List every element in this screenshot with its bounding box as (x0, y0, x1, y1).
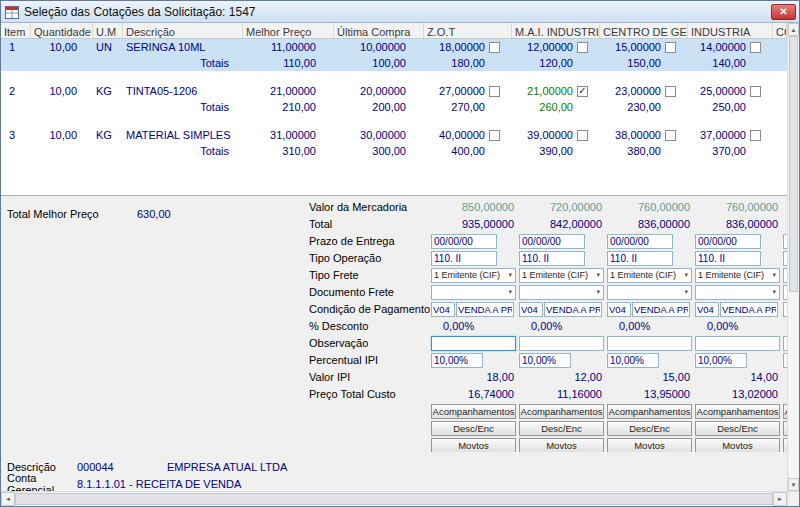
condicao-descricao-input[interactable] (720, 302, 778, 317)
observacao-input[interactable] (695, 336, 780, 351)
totals-row: Totais 310,00 300,00 400,00 390,00 380,0… (1, 143, 787, 159)
vertical-scroll-thumb[interactable] (789, 36, 798, 292)
condicao-codigo-input[interactable] (431, 302, 455, 317)
scroll-right-button[interactable]: ► (773, 492, 787, 506)
tipo-frete-select[interactable]: 1 Emitente (CIF)▾ (607, 268, 692, 283)
desc-enc-button[interactable]: Desc/Enc (695, 421, 780, 436)
tipo-frete-select[interactable]: 1 Emitente (CIF)▾ (431, 268, 516, 283)
column-header-partial: CO... (773, 23, 787, 38)
observacao-input[interactable] (519, 336, 604, 351)
percentual-ipi-input[interactable] (695, 353, 747, 368)
quote-checkbox[interactable] (750, 86, 761, 97)
desc-enc-button[interactable]: Desc/Enc (431, 421, 516, 436)
cell-mai: 21,00000✓ (512, 83, 600, 99)
quote-checkbox[interactable] (577, 42, 588, 53)
desc-enc-button[interactable]: Desc/Enc (519, 421, 604, 436)
quote-checkbox[interactable] (489, 130, 500, 141)
percentual-ipi-input[interactable] (519, 353, 571, 368)
tipo-operacao-input-clipped[interactable] (783, 251, 787, 266)
quote-checkbox[interactable] (577, 130, 588, 141)
condicao-codigo-input[interactable] (607, 302, 631, 317)
quote-checkbox[interactable] (489, 42, 500, 53)
cell-melhor-preco: 11,00000 (243, 39, 334, 55)
horizontal-scrollbar[interactable]: ◄ ► (1, 492, 787, 506)
documento-frete-select-clipped[interactable]: ▾ (783, 285, 787, 300)
acompanhamentos-button[interactable]: Acompanhamentos (607, 404, 692, 419)
tipo-frete-select[interactable]: 1 Emitente (CIF)▾ (519, 268, 604, 283)
close-button[interactable]: ✕ (771, 4, 796, 20)
prazo-entrega-input-clipped[interactable] (783, 234, 787, 249)
tipo-operacao-input[interactable] (695, 251, 761, 266)
condicao-codigo-input-clipped[interactable] (783, 302, 787, 317)
quote-checkbox[interactable] (750, 42, 761, 53)
field-label: Total (309, 218, 431, 230)
condicao-descricao-input[interactable] (632, 302, 690, 317)
movtos-button[interactable]: Movtos (431, 438, 516, 453)
cell-partial (773, 83, 787, 99)
movtos-button-clipped[interactable]: Movtos (783, 438, 787, 453)
table-row[interactable]: 3 10,00 KG MATERIAL SIMPLES 31,00000 30,… (1, 127, 787, 143)
prazo-entrega-input[interactable] (519, 234, 585, 249)
percentual-ipi-input[interactable] (607, 353, 659, 368)
field-label: Condição de Pagamento (309, 303, 431, 315)
acompanhamentos-button[interactable]: Acompanhamentos (695, 404, 780, 419)
price-value: 18,00000 (439, 39, 485, 55)
condicao-codigo-input[interactable] (695, 302, 719, 317)
desc-enc-button[interactable]: Desc/Enc (607, 421, 692, 436)
movtos-button[interactable]: Movtos (695, 438, 780, 453)
acompanhamentos-button[interactable]: Acompanhamentos (431, 404, 516, 419)
quote-checkbox[interactable] (750, 130, 761, 141)
quote-checkbox[interactable] (665, 86, 676, 97)
window-title: Seleção das Cotações da Solicitação: 154… (24, 5, 771, 19)
field-label: Observação (309, 337, 431, 349)
desc-enc-button-clipped[interactable]: Desc/Enc (783, 421, 787, 436)
row-percentual-ipi: Percentual IPI (309, 352, 787, 368)
observacao-input-clipped[interactable] (783, 336, 787, 351)
documento-frete-select[interactable]: ▾ (695, 285, 780, 300)
condicao-descricao-input[interactable] (544, 302, 602, 317)
condicao-codigo-input[interactable] (519, 302, 543, 317)
movtos-button[interactable]: Movtos (607, 438, 692, 453)
quote-checkbox[interactable] (665, 130, 676, 141)
horizontal-scroll-track[interactable] (15, 492, 773, 506)
acompanhamentos-button-clipped[interactable]: Acompanhamentos (783, 404, 787, 419)
quote-checkbox[interactable] (489, 86, 500, 97)
scroll-up-button[interactable]: ▲ (788, 23, 799, 36)
prazo-entrega-input[interactable] (695, 234, 761, 249)
cell-ultima-compra: 10,00000 (334, 39, 424, 55)
observacao-input-focused[interactable] (431, 336, 516, 351)
tipo-frete-select[interactable]: 1 Emitente (CIF)▾ (695, 268, 780, 283)
movtos-button[interactable]: Movtos (519, 438, 604, 453)
tipo-frete-select-clipped[interactable]: ▾ (783, 268, 787, 283)
total-melhor-preco-value: 630,00 (137, 208, 171, 220)
vertical-scroll-track[interactable] (788, 36, 799, 478)
observacao-input[interactable] (607, 336, 692, 351)
table-row[interactable]: 2 10,00 KG TINTA05-1206 21,00000 20,0000… (1, 83, 787, 99)
prazo-entrega-input[interactable] (607, 234, 673, 249)
prazo-entrega-input[interactable] (431, 234, 497, 249)
documento-frete-select[interactable]: ▾ (431, 285, 516, 300)
tipo-operacao-input[interactable] (607, 251, 673, 266)
tipo-operacao-input[interactable] (519, 251, 585, 266)
scroll-left-button[interactable]: ◄ (1, 492, 15, 506)
chevron-down-icon: ▾ (593, 271, 603, 279)
price-value: 37,00000 (700, 127, 746, 143)
acompanhamentos-button[interactable]: Acompanhamentos (519, 404, 604, 419)
quote-checkbox-checked[interactable]: ✓ (577, 86, 588, 97)
cell-ultima-compra: 30,00000 (334, 127, 424, 143)
percentual-ipi-input-clipped[interactable] (783, 353, 787, 368)
chevron-down-icon: ▾ (769, 271, 779, 279)
row-observacao: Observação (309, 335, 787, 351)
tipo-operacao-input[interactable] (431, 251, 497, 266)
scroll-down-button[interactable]: ▼ (788, 478, 799, 491)
documento-frete-select[interactable]: ▾ (607, 285, 692, 300)
vertical-scrollbar[interactable]: ▲ ▼ (787, 23, 799, 491)
documento-frete-select[interactable]: ▾ (519, 285, 604, 300)
chevron-down-icon: ▾ (681, 271, 691, 279)
condicao-descricao-input[interactable] (456, 302, 514, 317)
grid-row-group-1: 1 10,00 UN SERINGA 10ML 11,00000 10,0000… (1, 39, 787, 71)
percentual-ipi-input[interactable] (431, 353, 483, 368)
table-row[interactable]: 1 10,00 UN SERINGA 10ML 11,00000 10,0000… (1, 39, 787, 55)
quote-checkbox[interactable] (665, 42, 676, 53)
horizontal-scroll-thumb[interactable] (15, 493, 773, 505)
